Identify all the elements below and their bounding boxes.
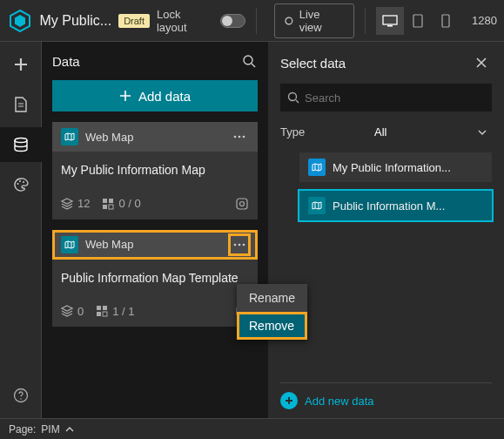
layers-count: 12 [61,197,90,210]
card-more-button[interactable] [230,235,249,254]
chevron-up-icon[interactable] [65,427,74,432]
search-input[interactable] [305,91,485,105]
widgets-icon [102,198,114,210]
data-list: My Public Information... Public Informat… [280,152,492,220]
data-card-type: Web Map [85,131,223,144]
data-card-footer: 12 0 / 0 [52,190,258,220]
data-list-item[interactable]: Public Information M... [299,191,492,220]
data-card-footer: 0 1 / 1 [52,297,258,327]
data-item-label: My Public Information... [333,161,451,174]
svg-marker-1 [15,15,25,27]
plus-icon [119,90,131,102]
data-panel: Data Add data Web Map My Public Informat… [42,42,268,418]
data-search-button[interactable] [240,52,258,70]
svg-rect-6 [442,15,449,27]
svg-rect-17 [103,199,107,203]
rail-help[interactable] [0,378,42,413]
locate-icon [235,197,249,211]
device-buttons [376,7,460,35]
page-icon [14,97,28,112]
page-label: Page: [9,423,36,436]
type-select[interactable]: All [369,122,492,142]
webmap-icon [308,197,326,214]
device-tablet-button[interactable] [404,7,432,35]
select-panel-header: Select data [280,52,492,73]
webmap-icon [61,236,78,253]
rail-theme[interactable] [0,167,42,202]
data-card-header: Web Map [52,122,258,152]
add-new-data-button[interactable]: Add new data [280,382,492,409]
widgets-count: 1 / 1 [96,305,134,318]
type-value: All [374,125,386,138]
card-locate-button[interactable] [235,197,249,211]
svg-point-25 [243,243,245,246]
chevron-down-icon [478,130,487,135]
context-remove[interactable]: Remove [237,312,307,340]
context-rename[interactable]: Rename [237,284,307,312]
svg-point-9 [19,180,21,182]
svg-point-8 [17,183,18,185]
live-view-button[interactable]: Live view [274,3,354,38]
add-data-label: Add data [138,89,191,104]
widgets-count: 0 / 0 [102,197,140,210]
svg-point-22 [240,201,245,206]
search-box[interactable] [280,84,492,111]
select-data-panel: Select data Type All My Public Informati… [268,42,504,418]
rail-data[interactable] [0,127,42,162]
help-icon [13,388,29,403]
svg-rect-3 [383,16,397,24]
device-desktop-button[interactable] [376,7,404,35]
add-data-button[interactable]: Add data [52,80,258,111]
device-mobile-button[interactable] [432,7,460,35]
data-panel-title: Data [52,54,80,69]
data-icon [13,137,29,152]
logo-icon [9,10,31,32]
widgets-icon [96,305,108,317]
app-logo[interactable] [7,8,32,34]
card-more-button[interactable] [230,127,249,146]
draft-badge: Draft [118,14,150,28]
desktop-icon [382,15,398,27]
data-card-title: My Public Information Map [52,152,258,190]
type-filter-row: Type All [280,122,492,142]
lock-layout-toggle[interactable] [220,14,245,28]
svg-point-15 [239,136,241,138]
data-card-title: Public Information Map Template [52,260,258,298]
svg-point-23 [234,243,237,246]
separator [365,8,366,34]
webmap-icon [308,159,326,176]
svg-point-12 [20,398,22,400]
separator [256,8,257,34]
rail-insert[interactable] [0,47,42,82]
svg-rect-26 [97,306,101,310]
layers-icon [61,305,73,317]
svg-point-10 [23,181,24,183]
search-icon [287,91,299,104]
svg-rect-21 [237,199,247,209]
webmap-icon [61,128,78,145]
resolution-label[interactable]: 1280 [472,14,497,27]
page-name[interactable]: PIM [41,423,59,436]
main-area: Data Add data Web Map My Public Informat… [0,42,504,418]
svg-rect-20 [109,205,113,209]
more-dots-icon [233,135,245,138]
select-panel-title: Select data [280,56,346,71]
data-card[interactable]: Web Map Public Information Map Template … [52,230,258,328]
svg-point-14 [234,136,237,138]
svg-point-13 [244,56,252,64]
palette-icon [13,177,29,192]
data-card[interactable]: Web Map My Public Information Map 12 0 /… [52,122,258,220]
close-button[interactable] [471,52,492,73]
plus-circle-icon [280,392,298,409]
data-list-item[interactable]: My Public Information... [299,152,492,182]
data-panel-header: Data [52,52,258,70]
top-bar: My Public... Draft Lock layout Live view… [0,0,504,42]
layers-icon [61,198,73,210]
rail-page[interactable] [0,87,42,122]
svg-rect-18 [109,199,113,203]
plus-icon [12,56,30,73]
live-view-label: Live view [299,8,345,34]
close-icon [475,57,487,69]
tablet-icon [413,14,423,28]
svg-rect-5 [413,15,422,27]
